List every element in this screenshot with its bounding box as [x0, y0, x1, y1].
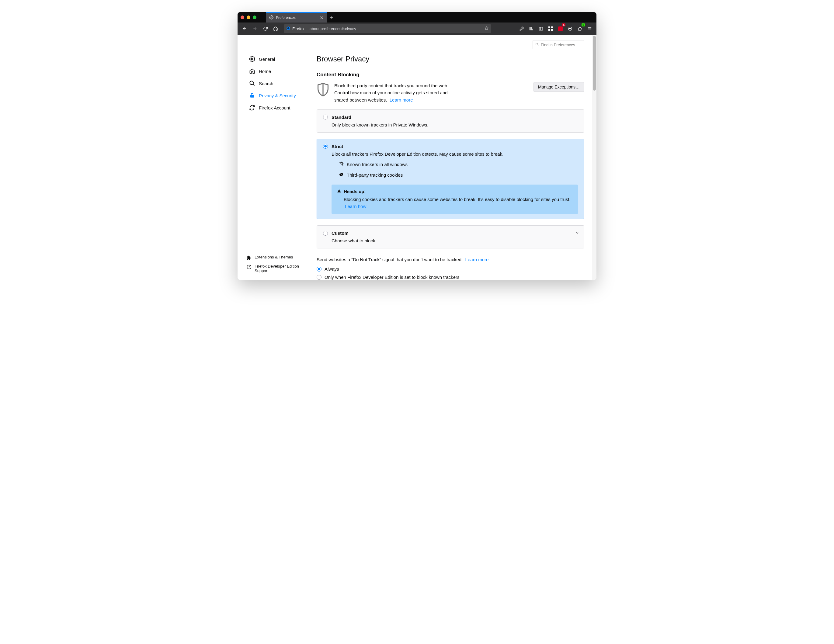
radio-dnt-always[interactable]: [317, 267, 322, 271]
option-custom[interactable]: Custom Choose what to block.: [317, 225, 584, 249]
back-button[interactable]: [240, 24, 249, 33]
content-blocking-header: Block third-party content that tracks yo…: [317, 82, 584, 103]
search-icon: [535, 43, 539, 47]
site-identity[interactable]: Firefox: [286, 26, 307, 31]
sidebar-item-label: Firefox Account: [259, 105, 290, 110]
home-button[interactable]: [271, 24, 280, 33]
tab-preferences[interactable]: Preferences: [266, 12, 327, 23]
home-icon: [249, 68, 255, 74]
svg-point-14: [250, 81, 254, 85]
firefox-icon: [286, 26, 291, 31]
content-blocking-description: Block third-party content that tracks yo…: [334, 82, 462, 103]
bookmark-star-icon[interactable]: [485, 26, 489, 31]
svg-point-2: [288, 27, 289, 29]
sidebar-item-general[interactable]: General: [247, 53, 307, 65]
sidebar-item-label: General: [259, 56, 275, 62]
url-bar[interactable]: Firefox about:preferences#privacy: [284, 24, 491, 33]
option-description: Only blocks known trackers in Private Wi…: [331, 122, 578, 128]
sidebar-item-home[interactable]: Home: [247, 65, 307, 77]
feature-trackers: Known trackers in all windows: [339, 161, 578, 167]
support-link[interactable]: Firefox Developer Edition Support: [247, 262, 305, 275]
sidebar-item-privacy[interactable]: Privacy & Security: [247, 89, 307, 102]
sidebar-item-account[interactable]: Firefox Account: [247, 102, 307, 114]
maximize-window-button[interactable]: [253, 16, 256, 19]
sidebar-footer: Extensions & Themes Firefox Developer Ed…: [247, 253, 307, 280]
shield-icon: [317, 82, 330, 97]
svg-point-11: [569, 28, 570, 29]
sidebar-button[interactable]: [536, 24, 545, 33]
navigation-toolbar: Firefox about:preferences#privacy 5 1: [238, 23, 596, 35]
feature-label: Known trackers in all windows: [347, 162, 407, 167]
learn-how-link[interactable]: Learn how: [345, 204, 366, 209]
option-title: Custom: [331, 231, 349, 236]
extension-badge-count: 5: [562, 23, 566, 26]
page-title: Browser Privacy: [317, 55, 584, 63]
sidebar-item-label: Search: [259, 81, 273, 86]
svg-point-10: [568, 27, 572, 30]
tab-title: Preferences: [276, 16, 296, 20]
svg-rect-19: [339, 190, 339, 191]
radio-strict[interactable]: [323, 144, 328, 148]
do-not-track-section: Send websites a “Do Not Track” signal th…: [317, 257, 584, 280]
extension-icon-3[interactable]: 1: [575, 24, 584, 33]
help-icon: [247, 265, 252, 270]
svg-rect-8: [551, 29, 553, 31]
svg-point-0: [271, 17, 272, 18]
option-standard[interactable]: Standard Only blocks known trackers in P…: [317, 110, 584, 132]
reload-button[interactable]: [261, 24, 270, 33]
forward-button[interactable]: [251, 24, 259, 33]
extension-icon-2[interactable]: [566, 24, 575, 33]
lock-icon: [249, 92, 255, 98]
svg-point-17: [536, 43, 538, 45]
svg-rect-5: [548, 26, 550, 28]
option-description: Blocks all trackers Firefox Developer Ed…: [331, 152, 578, 157]
extension-grid-icon[interactable]: [546, 24, 555, 33]
url-text: about:preferences#privacy: [310, 26, 356, 31]
option-title: Strict: [331, 144, 343, 149]
cookie-icon: [339, 172, 344, 178]
extension-icon-1[interactable]: 5: [556, 24, 565, 33]
dnt-option-label: Only when Firefox Developer Edition is s…: [325, 274, 460, 280]
radio-dnt-only-when[interactable]: [317, 275, 322, 280]
toolbar-right: 5 1: [517, 24, 594, 33]
svg-point-12: [570, 28, 571, 29]
heads-up-body: Blocking cookies and trackers can cause …: [344, 197, 571, 202]
learn-more-link[interactable]: Learn more: [390, 97, 413, 102]
close-tab-button[interactable]: [320, 16, 324, 20]
option-description: Choose what to block.: [331, 238, 578, 243]
app-menu-button[interactable]: [585, 24, 594, 33]
sidebar-item-search[interactable]: Search: [247, 77, 307, 89]
radio-custom[interactable]: [323, 231, 328, 236]
svg-marker-3: [485, 26, 488, 30]
dnt-text: Send websites a “Do Not Track” signal th…: [317, 257, 461, 262]
footer-link-label: Extensions & Themes: [255, 255, 293, 259]
dnt-option-always[interactable]: Always: [317, 266, 584, 271]
close-window-button[interactable]: [241, 16, 244, 19]
sidebar-item-label: Home: [259, 69, 271, 74]
option-title: Standard: [331, 115, 351, 120]
dnt-learn-more-link[interactable]: Learn more: [465, 257, 489, 262]
extension-badge-count: 1: [582, 23, 585, 26]
identity-label: Firefox: [292, 26, 304, 31]
option-strict[interactable]: Strict Blocks all trackers Firefox Devel…: [317, 139, 584, 220]
browser-window: Preferences Firefox: [238, 12, 596, 280]
minimize-window-button[interactable]: [247, 16, 251, 19]
new-tab-button[interactable]: [327, 13, 336, 22]
dnt-option-only-when[interactable]: Only when Firefox Developer Edition is s…: [317, 274, 584, 280]
warning-icon: [337, 189, 341, 194]
svg-rect-9: [558, 26, 563, 31]
tracker-icon: [339, 161, 344, 167]
library-button[interactable]: [527, 24, 536, 33]
developer-button[interactable]: [517, 24, 526, 33]
search-input[interactable]: Find in Preferences: [533, 40, 584, 49]
window-controls: [241, 16, 256, 19]
search-placeholder: Find in Preferences: [541, 43, 575, 47]
radio-standard[interactable]: [323, 115, 328, 119]
footer-link-label: Firefox Developer Edition Support: [255, 264, 305, 273]
manage-exceptions-button[interactable]: Manage Exceptions…: [533, 82, 584, 92]
dnt-option-label: Always: [325, 266, 339, 271]
extensions-themes-link[interactable]: Extensions & Themes: [247, 253, 305, 262]
gear-icon: [249, 56, 255, 62]
chevron-down-icon[interactable]: [575, 231, 579, 236]
sidebar-item-label: Privacy & Security: [259, 93, 296, 98]
